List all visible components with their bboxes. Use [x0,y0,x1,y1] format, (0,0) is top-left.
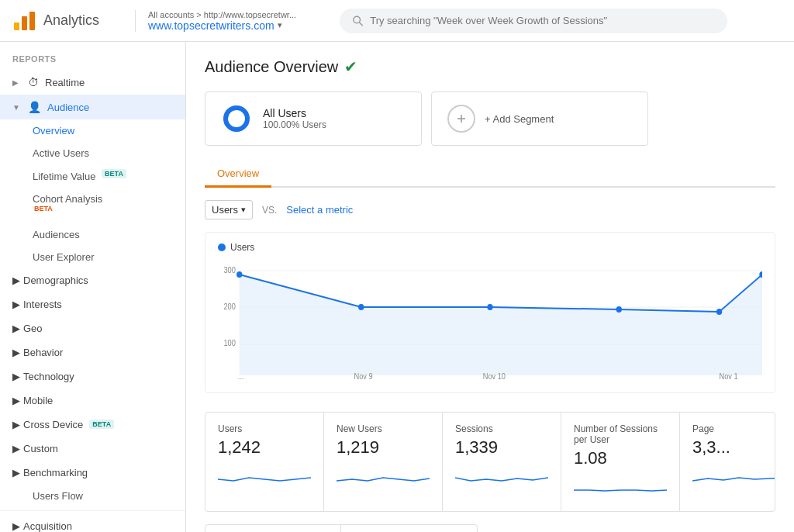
main-content: Audience Overview ✔ All Users 100.00% Us… [186,42,794,532]
svg-text:Nov 1: Nov 1 [720,372,738,381]
sidebar-item-demographics[interactable]: ▶ Demographics [0,268,185,292]
mini-chart-pageviews [692,464,775,487]
svg-point-16 [236,271,242,278]
sidebar-item-label-acquisition: Acquisition [23,520,72,532]
sidebar-item-geo[interactable]: ▶ Geo [0,316,185,340]
segments-row: All Users 100.00% Users + Add Segment [205,92,775,146]
chevron-right-icon: ▶ [12,78,22,87]
sidebar-subitem-user-explorer[interactable]: User Explorer [0,246,185,268]
page-title-row: Audience Overview ✔ [205,57,775,76]
realtime-icon: ⏱ [28,76,39,88]
beta-badge-cohort: BETA [34,205,53,212]
chevron-right-crossdevice-icon: ▶ [12,419,20,430]
mini-chart-users [218,464,311,487]
sidebar-subitem-label-lifetime-value: Lifetime Value [33,171,95,182]
sidebar-item-custom[interactable]: ▶ Custom [0,437,185,461]
svg-point-17 [358,304,364,310]
svg-text:...: ... [238,372,244,381]
search-input[interactable] [370,15,715,26]
segment-pct: 100.00% Users [263,119,326,130]
plus-icon [455,112,468,125]
breadcrumb: All accounts > http://www.topsecretwr...… [135,10,321,32]
sidebar-subitem-label-overview: Overview [33,125,74,136]
svg-text:100: 100 [223,339,235,347]
sidebar-item-acquisition[interactable]: ▶ Acquisition [0,514,185,532]
search-box[interactable] [340,9,727,33]
vs-label: VS. [262,205,277,216]
svg-point-20 [716,309,722,315]
breadcrumb-site-name: www.topsecretwriters.com [148,19,274,32]
metric-value-pageviews: 3,3... [692,437,775,458]
analytics-logo-icon [12,9,37,33]
select-metric-link[interactable]: Select a metric [286,204,353,216]
metric-name-pageviews: Page [692,423,775,434]
sidebar-item-label-technology: Technology [23,371,74,382]
breadcrumb-dropdown-icon: ▾ [278,20,282,30]
chart-area: Users 300 200 100 [205,232,775,393]
chevron-right-technology-icon: ▶ [12,371,20,382]
chevron-right-geo-icon: ▶ [12,323,20,334]
svg-marker-15 [240,275,762,375]
sidebar-item-benchmarking[interactable]: ▶ Benchmarking [0,461,185,485]
sidebar-item-audience[interactable]: ▼ 👤 Audience [0,95,185,119]
chevron-right-behavior-icon: ▶ [12,347,20,358]
logo-area: Analytics [12,9,129,33]
metric-cell-sessions-per-user: Number of Sessions per User 1.08 [561,413,680,511]
metric-selector-row: Users ▾ VS. Select a metric [205,200,775,219]
sidebar-item-label-benchmarking: Benchmarking [23,467,88,478]
all-users-segment[interactable]: All Users 100.00% Users [205,92,422,146]
metrics-grid: Users 1,242 New Users 1,219 Sessions 1,3… [205,412,775,512]
all-users-segment-info: All Users 100.00% Users [263,107,326,130]
app-header: Analytics All accounts > http://www.tops… [0,0,794,42]
beta-badge-lifetime: BETA [102,169,126,178]
metric-cell-users: Users 1,242 [205,413,324,511]
chevron-right-custom-icon: ▶ [12,443,20,454]
breadcrumb-site-selector[interactable]: www.topsecretwriters.com ▾ [148,19,321,32]
metric-dropdown[interactable]: Users ▾ [205,200,253,219]
svg-rect-1 [22,16,27,30]
svg-point-19 [616,306,622,313]
sidebar-subitem-lifetime-value[interactable]: Lifetime Value BETA [0,164,185,188]
legend-dot [218,244,226,251]
sidebar-subitem-label-active-users: Active Users [33,147,89,159]
svg-rect-2 [29,12,35,30]
metric-cell-pageviews: Page 3,3... [680,413,775,511]
sidebar-subitem-active-users[interactable]: Active Users [0,142,185,164]
sidebar-item-interests[interactable]: ▶ Interests [0,292,185,316]
sidebar-item-mobile[interactable]: ▶ Mobile [0,389,185,413]
tab-overview[interactable]: Overview [205,161,271,188]
line-chart-svg: 300 200 100 [218,259,762,383]
chevron-right-acquisition-icon: ▶ [12,520,20,532]
sidebar-item-realtime[interactable]: ▶ ⏱ Realtime [0,70,185,95]
sidebar-subitem-label-user-explorer: User Explorer [33,251,94,263]
sidebar-subitem-overview[interactable]: Overview [0,119,185,142]
sidebar-subitem-audiences[interactable]: Audiences [0,223,185,246]
chevron-right-benchmarking-icon: ▶ [12,467,20,478]
audience-icon: 👤 [28,101,41,113]
svg-point-6 [226,108,247,130]
add-segment-card[interactable]: + Add Segment [431,92,648,146]
page-title: Audience Overview [205,58,338,76]
beta-badge-cross-device: BETA [89,420,114,429]
sidebar-item-cross-device[interactable]: ▶ Cross Device BETA [0,413,185,437]
sidebar-item-technology[interactable]: ▶ Technology [0,364,185,389]
sidebar-item-label-interests: Interests [23,299,62,310]
svg-text:Nov 10: Nov 10 [483,372,506,381]
sidebar-item-behavior[interactable]: ▶ Behavior [0,340,185,364]
metric-value-sessions-per-user: 1.08 [574,448,667,468]
sidebar-item-label-demographics: Demographics [23,275,88,286]
sidebar-item-label-audience: Audience [47,102,89,113]
svg-text:200: 200 [223,302,235,311]
chart-legend: Users [218,242,762,253]
sidebar-subitem-users-flow[interactable]: Users Flow [0,485,185,507]
search-icon [352,15,364,27]
metric-cell-avg-session: Avg. Session Duration 00:00:42 [205,525,341,532]
sidebar-item-label-geo: Geo [23,323,43,334]
sidebar-subitem-label-users-flow: Users Flow [33,490,83,502]
sidebar-subitem-cohort-analysis[interactable]: Cohort Analysis BETA [0,188,185,223]
metric-name-new-users: New Users [337,423,430,434]
mini-chart-new-users [337,464,430,487]
metric-name-users: Users [218,423,311,434]
bottom-metrics-grid: Avg. Session Duration 00:00:42 Bounce Ra… [205,524,478,532]
sidebar-item-label-behavior: Behavior [23,347,63,358]
